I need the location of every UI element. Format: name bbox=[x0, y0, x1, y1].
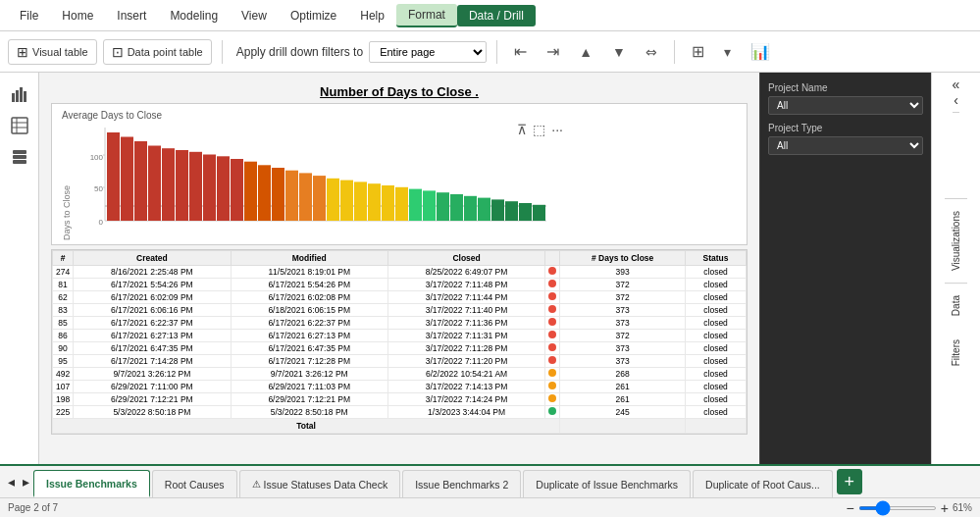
tab-filters[interactable]: Filters bbox=[945, 328, 967, 378]
svg-rect-50 bbox=[533, 205, 545, 221]
svg-rect-46 bbox=[478, 198, 490, 221]
project-type-select[interactable]: All bbox=[768, 136, 923, 155]
zoom-level: 61% bbox=[953, 502, 972, 513]
svg-rect-45 bbox=[464, 196, 477, 221]
drill-filter-select[interactable]: Entire page bbox=[369, 41, 487, 63]
menu-help[interactable]: Help bbox=[348, 5, 396, 26]
project-name-label: Project Name bbox=[768, 82, 923, 93]
menu-modeling[interactable]: Modeling bbox=[158, 5, 230, 26]
svg-rect-22 bbox=[148, 146, 161, 222]
data-table-wrapper: # Created Modified Closed # Days to Clos… bbox=[51, 249, 748, 435]
menu-home[interactable]: Home bbox=[50, 5, 105, 26]
toolbar: ⊞ Visual table ⊡ Data point table Apply … bbox=[0, 31, 980, 73]
zoom-slider[interactable] bbox=[858, 506, 937, 510]
svg-rect-42 bbox=[423, 190, 436, 221]
sidebar-visual-icon[interactable] bbox=[5, 80, 34, 108]
data-table: # Created Modified Closed # Days to Clos… bbox=[52, 250, 747, 434]
svg-rect-40 bbox=[395, 187, 408, 221]
visual-table-btn[interactable]: ⊞ Visual table bbox=[8, 39, 97, 65]
drill-grid-icon[interactable]: ⊞ bbox=[685, 37, 711, 66]
filters-panel: Project Name All Project Type All bbox=[759, 73, 931, 464]
drill-expand[interactable]: ⇔ bbox=[639, 39, 664, 65]
zoom-controls: − + 61% bbox=[847, 500, 972, 516]
bar-chart-svg: 0 50 100 bbox=[76, 123, 546, 240]
chart-title: Number of Days to Close . bbox=[43, 77, 755, 103]
chart-focus-icon[interactable]: ⬚ bbox=[533, 122, 545, 137]
svg-rect-21 bbox=[134, 141, 147, 221]
table-row: 107 6/29/2021 7:11:00 PM 6/29/2021 7:11:… bbox=[53, 381, 747, 393]
page-info: Page 2 of 7 bbox=[8, 502, 58, 513]
svg-rect-9 bbox=[13, 155, 26, 159]
menu-optimize[interactable]: Optimize bbox=[279, 5, 348, 26]
svg-rect-32 bbox=[285, 171, 298, 221]
sidebar-layers-icon[interactable] bbox=[5, 143, 34, 171]
menu-format[interactable]: Format bbox=[396, 4, 457, 27]
svg-text:100: 100 bbox=[90, 153, 104, 162]
zoom-minus-btn[interactable]: − bbox=[847, 500, 854, 516]
svg-rect-34 bbox=[313, 176, 326, 221]
nav-left-arrow2[interactable]: ‹ bbox=[954, 92, 958, 108]
svg-rect-0 bbox=[12, 93, 15, 102]
table-row: 492 9/7/2021 3:26:12 PM 9/7/2021 3:26:12… bbox=[53, 368, 747, 381]
tab-data[interactable]: Data bbox=[945, 283, 967, 328]
bottom-tab-2[interactable]: ⚠Issue Statuses Data Check bbox=[239, 470, 401, 497]
table-row: 90 6/17/2021 6:47:35 PM 6/17/2021 6:47:3… bbox=[53, 342, 747, 355]
drill-chart-icon[interactable]: 📊 bbox=[744, 37, 777, 66]
svg-text:50: 50 bbox=[94, 184, 103, 193]
table-row: 225 5/3/2022 8:50:18 PM 5/3/2022 8:50:18… bbox=[53, 406, 747, 419]
bar-chart-title: Average Days to Close bbox=[62, 110, 737, 121]
svg-rect-36 bbox=[340, 181, 353, 221]
svg-rect-8 bbox=[13, 150, 26, 154]
sidebar-table-icon[interactable] bbox=[5, 112, 34, 139]
menu-file[interactable]: File bbox=[8, 5, 50, 26]
drill-chevron-icon[interactable]: ▾ bbox=[717, 39, 738, 65]
tab-next-btn[interactable]: ▸ bbox=[19, 474, 33, 490]
table-row: 85 6/17/2021 6:22:37 PM 6/17/2021 6:22:3… bbox=[53, 317, 747, 330]
bottom-tab-3[interactable]: Issue Benchmarks 2 bbox=[402, 470, 521, 497]
svg-rect-23 bbox=[162, 148, 175, 221]
bottom-tab-4[interactable]: Duplicate of Issue Benchmarks bbox=[523, 470, 691, 497]
svg-rect-38 bbox=[368, 183, 381, 221]
drill-up-arrow[interactable]: ▲ bbox=[572, 39, 599, 65]
table-row: 274 8/16/2021 2:25:48 PM 11/5/2021 8:19:… bbox=[53, 266, 747, 279]
chart-filter-icon[interactable]: ⊼ bbox=[517, 122, 527, 137]
bottom-tab-1[interactable]: Root Causes bbox=[152, 470, 237, 497]
svg-rect-31 bbox=[272, 168, 284, 221]
drill-down-arrow[interactable]: ▼ bbox=[605, 39, 633, 65]
svg-rect-27 bbox=[217, 156, 230, 221]
bottom-tab-0[interactable]: Issue Benchmarks bbox=[33, 470, 150, 497]
svg-rect-25 bbox=[189, 152, 202, 221]
table-icon: ⊞ bbox=[17, 44, 28, 60]
chart-more-icon[interactable]: ··· bbox=[551, 122, 563, 137]
project-name-select[interactable]: All bbox=[768, 96, 923, 115]
bar-chart: Average Days to Close Days to Close 0 50… bbox=[51, 103, 748, 245]
svg-rect-48 bbox=[505, 201, 518, 221]
drill-down-icon[interactable]: ⇥ bbox=[540, 37, 566, 66]
svg-rect-10 bbox=[13, 160, 26, 164]
menu-insert[interactable]: Insert bbox=[105, 5, 158, 26]
table-row: 81 6/17/2021 5:54:26 PM 6/17/2021 5:54:2… bbox=[53, 279, 747, 291]
drill-up-icon[interactable]: ⇤ bbox=[507, 37, 534, 66]
menu-data-drill[interactable]: Data / Drill bbox=[457, 5, 536, 26]
svg-rect-44 bbox=[450, 194, 463, 221]
svg-rect-49 bbox=[519, 203, 532, 221]
svg-rect-43 bbox=[437, 192, 449, 221]
side-tabs: « ‹ Visualizations Data Filters bbox=[931, 73, 980, 464]
zoom-plus-btn[interactable]: + bbox=[941, 500, 949, 516]
tab-add-btn[interactable]: + bbox=[837, 469, 862, 494]
menu-view[interactable]: View bbox=[230, 5, 279, 26]
tab-prev-btn[interactable]: ◂ bbox=[4, 474, 19, 490]
total-label: Total bbox=[53, 419, 560, 434]
svg-rect-1 bbox=[16, 90, 19, 102]
data-point-table-btn[interactable]: ⊡ Data point table bbox=[103, 39, 212, 65]
table-row: 62 6/17/2021 6:02:09 PM 6/17/2021 6:02:0… bbox=[53, 291, 747, 304]
bottom-tab-5[interactable]: Duplicate of Root Caus... bbox=[693, 470, 833, 497]
svg-rect-37 bbox=[354, 181, 367, 221]
svg-rect-24 bbox=[176, 150, 188, 221]
tab-visualizations[interactable]: Visualizations bbox=[945, 198, 967, 283]
table-row: 198 6/29/2021 7:12:21 PM 6/29/2021 7:12:… bbox=[53, 393, 747, 406]
svg-rect-30 bbox=[258, 165, 271, 221]
nav-left-arrow[interactable]: « bbox=[953, 77, 960, 92]
svg-rect-26 bbox=[203, 155, 216, 222]
content-area: Number of Days to Close . ⊼ ⬚ ··· Averag… bbox=[39, 73, 759, 464]
